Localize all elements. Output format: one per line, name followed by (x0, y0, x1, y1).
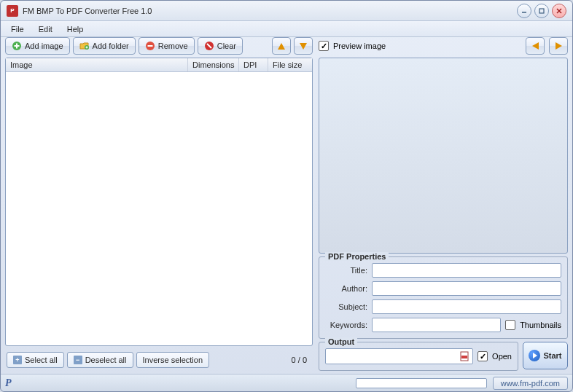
titlebar: P FM BMP To PDF Converter Free 1.0 (1, 1, 572, 21)
pdf-properties-fieldset: PDF Properties Title: Author: Subject: K… (319, 256, 568, 339)
output-legend: Output (325, 337, 357, 346)
start-label: Start (543, 351, 561, 360)
pdf-keywords-label: Keywords: (325, 321, 367, 329)
pdf-author-input[interactable] (372, 281, 561, 296)
folder-plus-icon (79, 41, 90, 51)
progress-bar (356, 378, 487, 388)
svg-rect-15 (461, 356, 467, 358)
deselect-all-icon: − (74, 356, 82, 364)
col-dimensions[interactable]: Dimensions (188, 58, 239, 71)
output-fieldset: Output Open (319, 342, 518, 371)
col-dpi[interactable]: DPI (239, 58, 268, 71)
paypal-icon[interactable]: P (5, 377, 12, 389)
plus-icon (12, 41, 22, 51)
arrow-down-icon (300, 43, 307, 50)
preview-next-button[interactable] (549, 37, 568, 55)
window-title: FM BMP To PDF Converter Free 1.0 (23, 7, 517, 15)
svg-rect-1 (539, 9, 544, 13)
preview-checkbox[interactable] (319, 41, 329, 51)
item-counter: 0 / 0 (292, 356, 311, 364)
left-panel: Add image Add folder Remove Clear (5, 37, 313, 371)
pdf-keywords-input[interactable] (372, 318, 501, 332)
pdf-icon (459, 351, 469, 361)
arrow-up-icon (278, 43, 285, 50)
minus-icon (145, 41, 155, 51)
add-folder-button[interactable]: Add folder (73, 37, 136, 55)
selection-toolbar: +Select all −Deselect all Inverse select… (5, 349, 313, 371)
maximize-button[interactable] (534, 4, 549, 18)
open-label: Open (492, 352, 512, 361)
pdf-subject-label: Subject: (325, 302, 367, 311)
pdf-title-input[interactable] (372, 263, 561, 278)
preview-toolbar: Preview image (319, 37, 568, 55)
thumbnails-checkbox[interactable] (505, 320, 515, 330)
website-link[interactable]: www.fm-pdf.com (493, 377, 568, 390)
add-folder-label: Add folder (93, 42, 129, 50)
col-image[interactable]: Image (6, 58, 188, 71)
list-header: Image Dimensions DPI File size (6, 58, 312, 72)
clear-icon (204, 41, 214, 51)
app-window: P FM BMP To PDF Converter Free 1.0 File … (0, 0, 573, 392)
thumbnails-label: Thumbnails (520, 321, 561, 329)
left-toolbar: Add image Add folder Remove Clear (5, 37, 313, 55)
play-icon (529, 350, 540, 361)
select-all-button[interactable]: +Select all (7, 352, 64, 368)
menu-edit[interactable]: Edit (31, 23, 60, 36)
move-down-button[interactable] (294, 37, 313, 55)
add-image-button[interactable]: Add image (5, 37, 70, 55)
start-button[interactable]: Start (523, 342, 568, 369)
clear-button[interactable]: Clear (198, 37, 243, 55)
app-icon: P (7, 5, 18, 17)
pdf-subject-input[interactable] (372, 299, 561, 314)
arrow-right-icon (556, 42, 562, 50)
list-body[interactable] (6, 72, 312, 345)
open-checkbox[interactable] (478, 351, 488, 361)
right-panel: Preview image PDF Properties Title: Auth… (319, 37, 568, 371)
output-path-field[interactable] (325, 348, 473, 364)
move-up-button[interactable] (272, 37, 291, 55)
select-all-icon: + (13, 356, 22, 364)
statusbar: P www.fm-pdf.com (1, 374, 572, 391)
clear-label: Clear (217, 42, 236, 50)
pdf-properties-legend: PDF Properties (325, 252, 389, 261)
minimize-button[interactable] (517, 4, 531, 18)
remove-label: Remove (158, 42, 188, 50)
add-image-label: Add image (25, 42, 63, 50)
preview-area (319, 58, 568, 254)
pdf-title-label: Title: (325, 266, 367, 275)
remove-button[interactable]: Remove (139, 37, 195, 55)
deselect-all-button[interactable]: −Deselect all (67, 352, 133, 368)
preview-label: Preview image (333, 42, 386, 50)
window-controls (517, 4, 566, 18)
menu-help[interactable]: Help (60, 23, 91, 36)
col-filesize[interactable]: File size (268, 58, 312, 71)
image-list: Image Dimensions DPI File size (5, 58, 313, 346)
menubar: File Edit Help (1, 21, 572, 37)
pdf-author-label: Author: (325, 284, 367, 293)
close-button[interactable] (552, 4, 566, 18)
inverse-selection-button[interactable]: Inverse selection (136, 352, 210, 368)
arrow-left-icon (532, 42, 539, 50)
menu-file[interactable]: File (4, 23, 31, 36)
preview-prev-button[interactable] (526, 37, 545, 55)
main-area: Add image Add folder Remove Clear (1, 37, 572, 374)
